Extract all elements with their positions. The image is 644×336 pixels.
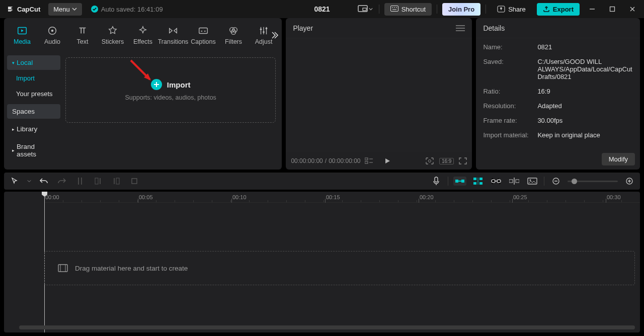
details-title: Details (483, 24, 505, 32)
shortcut-button[interactable]: Shortcut (384, 3, 432, 16)
undo-button[interactable] (37, 177, 50, 185)
sidebar-item-import[interactable]: Import (7, 71, 60, 86)
zoom-out-button[interactable] (549, 178, 562, 185)
media-panel: Media Audio Text Stickers Effects Transi… (4, 18, 282, 170)
export-icon (543, 6, 550, 13)
main-track-placeholder[interactable]: Drag material here and start to create (44, 251, 635, 285)
tab-filters[interactable]: Filters (218, 25, 249, 45)
player-title: Player (293, 24, 313, 32)
delete-right-button[interactable] (110, 177, 123, 185)
auto-snap-button[interactable] (471, 178, 485, 185)
stickers-icon (107, 25, 118, 36)
sidebar-item-spaces[interactable]: Spaces (7, 104, 60, 119)
zoom-slider[interactable] (568, 181, 618, 182)
transitions-icon (168, 25, 179, 36)
record-audio-button[interactable] (430, 177, 443, 186)
timeline-scrollbar[interactable] (19, 325, 635, 329)
timeline-ruler[interactable]: 00:00 00:05 00:10 00:15 00:20 00:25 00:3… (44, 192, 640, 203)
play-button[interactable] (384, 157, 391, 164)
tab-stickers[interactable]: Stickers (98, 25, 128, 45)
aspect-ratio-button[interactable] (357, 2, 374, 16)
ratio-badge[interactable]: 16:9 (439, 158, 454, 164)
import-material-value: Keep in original place (537, 131, 633, 139)
autosave-status: Auto saved: 16:41:09 (91, 6, 163, 13)
audio-icon (47, 25, 58, 36)
svg-rect-43 (473, 182, 476, 185)
time-total: 00:00:00:00 (329, 157, 360, 164)
ratio-label: Ratio: (483, 88, 537, 95)
sidebar-item-brand[interactable]: ▸Brand assets (7, 139, 60, 161)
captions-icon (198, 25, 209, 36)
import-dropzone[interactable]: Import Supports: videos, audios, photos (65, 57, 276, 123)
name-value: 0821 (537, 43, 633, 51)
details-panel: Details Name:0821 Saved:C:/Users/GOOD WI… (476, 18, 640, 170)
export-button[interactable]: Export (537, 3, 580, 16)
menu-button[interactable]: Menu (48, 3, 82, 16)
import-support-text: Supports: videos, audios, photos (125, 94, 216, 101)
resolution-label: Resolution: (483, 102, 537, 110)
track-hint: Drag material here and start to create (75, 265, 188, 272)
svg-rect-38 (455, 180, 458, 183)
join-pro-button[interactable]: Join Pro (442, 3, 480, 16)
svg-point-17 (260, 28, 262, 30)
svg-point-53 (530, 180, 531, 181)
tab-effects[interactable]: Effects (128, 25, 158, 45)
svg-rect-52 (528, 178, 537, 184)
share-button[interactable]: Share (491, 3, 532, 16)
share-icon (497, 6, 505, 13)
fullscreen-icon[interactable] (459, 157, 467, 164)
window-minimize[interactable] (585, 6, 600, 12)
import-area: Import Supports: videos, audios, photos (63, 52, 282, 170)
svg-point-19 (266, 28, 268, 30)
svg-rect-2 (390, 6, 398, 12)
sidebar-item-presets[interactable]: Your presets (7, 87, 60, 101)
window-close[interactable] (625, 6, 640, 12)
capcut-logo-icon (7, 5, 15, 13)
tool-dropdown[interactable] (26, 179, 32, 183)
linkage-button[interactable] (490, 178, 503, 184)
crop-button[interactable] (128, 177, 141, 185)
media-icon (17, 25, 28, 36)
tab-text[interactable]: Text (67, 25, 98, 45)
media-sidebar: ▾Local Import Your presets Spaces ▸Libra… (4, 52, 63, 170)
svg-rect-42 (479, 178, 482, 180)
timeline[interactable]: 00:00 00:05 00:10 00:15 00:20 00:25 00:3… (4, 192, 640, 332)
modify-button[interactable]: Modify (602, 153, 635, 165)
timeline-list-icon[interactable] (365, 157, 373, 164)
sidebar-item-library[interactable]: ▸Library (7, 122, 60, 136)
film-icon (58, 264, 68, 272)
tab-media[interactable]: Media (7, 25, 37, 45)
tab-captions[interactable]: Captions (188, 25, 218, 45)
saved-label: Saved: (483, 58, 537, 80)
delete-left-button[interactable] (92, 177, 105, 185)
tab-audio[interactable]: Audio (37, 25, 67, 45)
zoom-in-button[interactable] (623, 178, 636, 185)
redo-button[interactable] (55, 177, 68, 185)
effects-icon (137, 25, 148, 36)
import-material-label: Import material: (483, 131, 537, 139)
plus-icon (151, 79, 162, 90)
project-title[interactable]: 0821 (314, 5, 330, 13)
app-name: CapCut (17, 6, 40, 13)
saved-value: C:/Users/GOOD WILL ALWAYS/AppData/Local/… (537, 58, 633, 80)
tabs-more-button[interactable] (270, 31, 279, 40)
window-maximize[interactable] (605, 6, 620, 12)
adjust-icon (258, 25, 269, 36)
cover-button[interactable] (526, 178, 539, 185)
split-button[interactable] (73, 177, 87, 185)
preview-axis-button[interactable] (508, 178, 521, 185)
svg-rect-59 (58, 265, 67, 272)
selection-tool[interactable] (8, 177, 21, 185)
name-label: Name: (483, 43, 537, 51)
main-track-magnet-button[interactable] (453, 177, 466, 186)
player-menu-icon[interactable] (456, 25, 465, 32)
player-viewport[interactable] (286, 38, 472, 152)
snapshot-icon[interactable] (425, 157, 434, 165)
tab-transitions[interactable]: Transitions (158, 25, 188, 45)
timeline-toolbar (4, 173, 640, 190)
sidebar-item-local[interactable]: ▾Local (7, 55, 60, 70)
title-bar: CapCut Menu Auto saved: 16:41:09 0821 Sh… (0, 0, 644, 18)
svg-rect-49 (509, 180, 513, 183)
svg-rect-36 (132, 179, 137, 184)
svg-point-18 (263, 31, 265, 33)
